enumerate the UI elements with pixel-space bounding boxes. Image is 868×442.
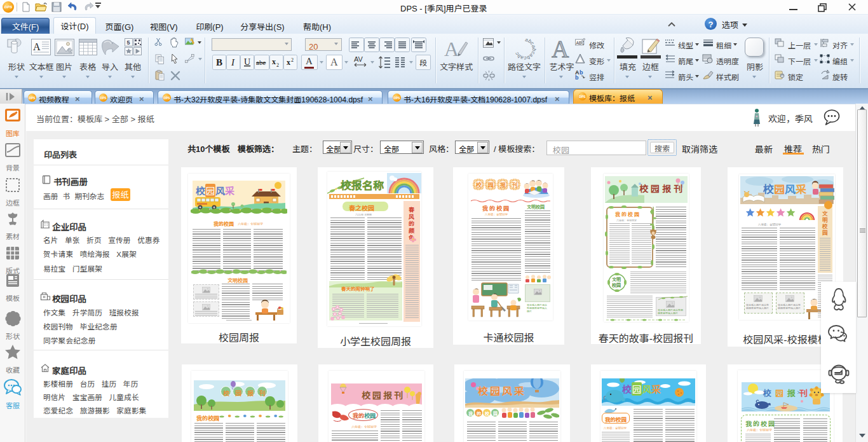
svg-text:B: B (216, 57, 222, 67)
svg-text:校: 校 (476, 181, 482, 189)
svg-text:2: 2 (291, 57, 294, 63)
svg-text:x: x (272, 57, 276, 66)
svg-text:5: 5 (127, 38, 130, 46)
svg-text:b: b (580, 69, 583, 76)
svg-text:AV: AV (354, 55, 363, 64)
svg-text:x: x (287, 58, 290, 67)
svg-text:A: A (33, 41, 41, 52)
svg-text:U: U (244, 57, 250, 67)
svg-text:校园: 校园 (612, 282, 621, 288)
svg-text:b: b (575, 73, 579, 80)
svg-text:校报名称: 校报名称 (340, 177, 384, 193)
svg-text:刊: 刊 (512, 181, 518, 189)
svg-text:abe: abe (256, 59, 266, 66)
svg-text:abcabcabcabc: abcabcabcabc (513, 38, 536, 60)
svg-text:A: A (552, 36, 569, 61)
svg-text:报: 报 (500, 181, 506, 189)
svg-text:A: A (444, 38, 459, 60)
svg-text:园: 园 (488, 181, 494, 189)
svg-text:2: 2 (276, 62, 279, 68)
svg-text:I: I (231, 57, 235, 67)
